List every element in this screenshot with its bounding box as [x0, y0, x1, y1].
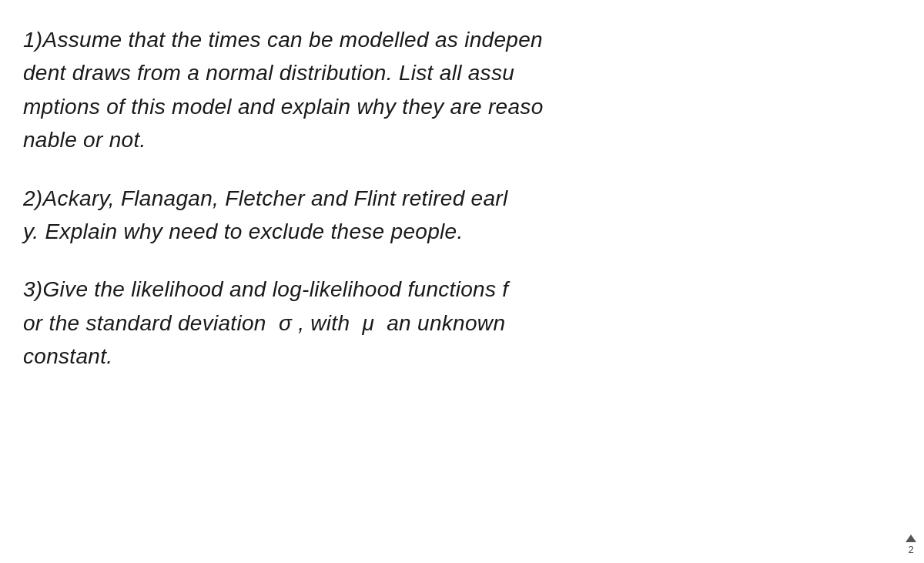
section-2-text: 2)Ackary, Flanagan, Fletcher and Flint r…: [23, 182, 893, 249]
section-2: 2)Ackary, Flanagan, Fletcher and Flint r…: [23, 182, 893, 249]
mu-symbol: μ: [362, 311, 374, 335]
section-1: 1)Assume that the times can be modelled …: [23, 23, 893, 157]
sigma-symbol: σ: [279, 311, 292, 335]
section-1-text: 1)Assume that the times can be modelled …: [23, 23, 893, 157]
page-indicator: 2: [906, 535, 916, 555]
page-content: 1)Assume that the times can be modelled …: [0, 0, 924, 563]
page-number: 2: [908, 544, 913, 555]
section-3: 3)Give the likelihood and log-likelihood…: [23, 273, 893, 373]
section-3-text: 3)Give the likelihood and log-likelihood…: [23, 273, 893, 373]
scroll-up-arrow-icon[interactable]: [906, 535, 916, 542]
